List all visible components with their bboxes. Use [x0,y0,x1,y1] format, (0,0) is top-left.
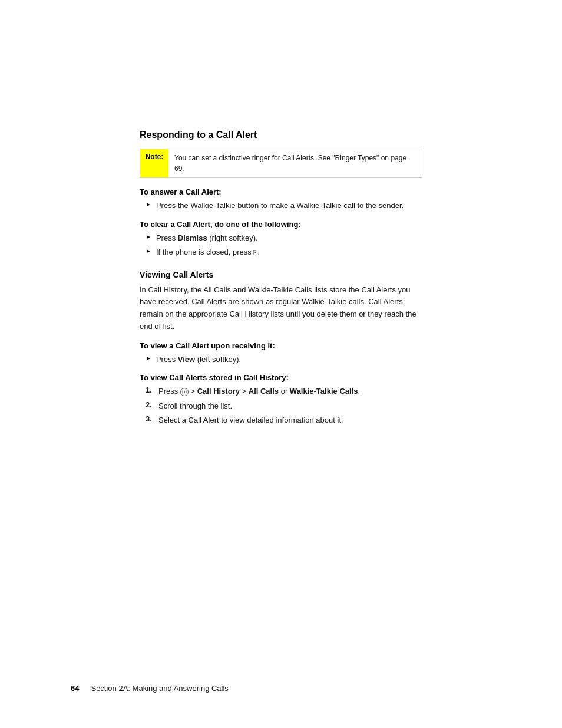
clear-bullet-2: ► If the phone is closed, press ⎘. [146,246,422,258]
stored-label: To view Call Alerts stored in Call Histo… [140,373,422,382]
bullet-arrow-icon-4: ► [146,355,151,361]
end-call-icon: ⎘ [253,248,257,258]
view-bullet-text: Press View (left softkey). [156,354,241,365]
number-1: 1. [146,386,158,394]
page-footer: 64 Section 2A: Making and Answering Call… [0,684,562,693]
numbered-text-2: Scroll through the list. [158,400,232,412]
numbered-text-3: Select a Call Alert to view detailed inf… [158,414,343,426]
clear-bullet-text-1: Press Dismiss (right softkey). [156,232,258,244]
body-paragraph: In Call History, the All Calls and Walki… [140,284,422,333]
clear-label: To clear a Call Alert, do one of the fol… [140,220,422,229]
view-bullet-item: ► Press View (left softkey). [146,354,422,365]
numbered-list: 1. Press ☉ > Call History > All Calls or… [146,386,422,426]
note-content: You can set a distinctive ringer for Cal… [168,149,422,177]
answer-bullet-item: ► Press the Walkie-Talkie button to make… [146,200,422,212]
section-title: Responding to a Call Alert [140,130,422,140]
footer-page-number: 64 [71,684,79,693]
numbered-item-3: 3. Select a Call Alert to view detailed … [146,414,422,426]
answer-bullet-text: Press the Walkie-Talkie button to make a… [156,200,404,212]
view-label: To view a Call Alert upon receiving it: [140,341,422,350]
note-box: Note: You can set a distinctive ringer f… [140,149,422,178]
page: Responding to a Call Alert Note: You can… [0,0,562,728]
numbered-text-1: Press ☉ > Call History > All Calls or Wa… [158,386,360,397]
note-label: Note: [140,149,168,177]
footer-section-text: Section 2A: Making and Answering Calls [91,684,228,693]
subheading-viewing: Viewing Call Alerts [140,270,422,279]
numbered-item-1: 1. Press ☉ > Call History > All Calls or… [146,386,422,397]
answer-label: To answer a Call Alert: [140,187,422,196]
content-area: Responding to a Call Alert Note: You can… [69,0,493,476]
number-2: 2. [146,400,158,409]
bullet-arrow-icon: ► [146,201,151,207]
clear-bullet-text-2: If the phone is closed, press ⎘. [156,246,260,258]
numbered-item-2: 2. Scroll through the list. [146,400,422,412]
clear-bullet-1: ► Press Dismiss (right softkey). [146,232,422,244]
bullet-arrow-icon-3: ► [146,248,151,254]
number-3: 3. [146,414,158,423]
menu-circle-icon: ☉ [180,388,189,396]
bullet-arrow-icon-2: ► [146,233,151,240]
